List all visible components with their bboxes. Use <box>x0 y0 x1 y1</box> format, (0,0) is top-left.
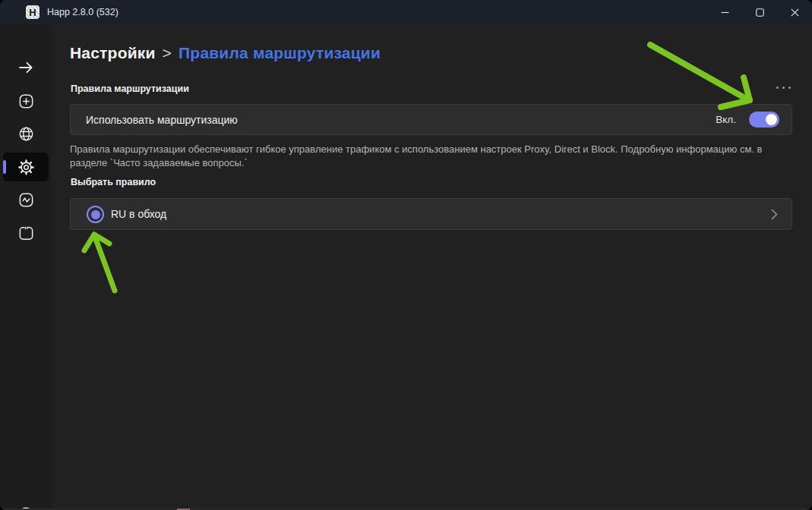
radio-dot <box>91 210 100 219</box>
breadcrumb-separator: > <box>163 44 172 62</box>
annotation-arrows <box>0 0 812 510</box>
rule-label: RU в обход <box>111 199 166 229</box>
close-icon <box>791 8 799 17</box>
minimize-icon <box>721 8 729 17</box>
use-routing-toggle[interactable] <box>749 112 779 128</box>
breadcrumb-routing-rules: Правила маршрутизации <box>179 44 381 62</box>
ellipsis-icon <box>782 87 785 89</box>
sidebar <box>0 24 52 510</box>
app-window: H Happ 2.8.0 (532) <box>0 0 812 510</box>
toggle-state-label: Вкл. <box>716 105 736 134</box>
arrow-to-rule <box>84 235 115 291</box>
sidebar-item-add-profile[interactable] <box>0 86 52 116</box>
maximize-button[interactable] <box>742 0 777 24</box>
routing-description: Правила маршрутизации обеспечивают гибко… <box>70 143 782 170</box>
chevron-right-icon <box>771 199 778 229</box>
window-title: Happ 2.8.0 (532) <box>47 0 118 24</box>
minimize-button[interactable] <box>707 0 742 24</box>
select-rule-label: Выбрать правило <box>71 177 156 187</box>
ellipsis-icon <box>776 87 779 89</box>
gear-icon <box>17 159 35 176</box>
sidebar-item-logs[interactable] <box>0 218 52 248</box>
titlebar: H Happ 2.8.0 (532) <box>0 0 812 24</box>
sidebar-item-servers[interactable] <box>0 118 52 149</box>
activity-icon <box>17 191 35 209</box>
clipboard-icon <box>17 225 35 242</box>
use-routing-label: Использовать маршрутизацию <box>86 105 238 134</box>
arrow-right-icon <box>17 58 35 77</box>
sidebar-item-stats[interactable] <box>0 184 52 215</box>
app-logo: H <box>26 5 39 19</box>
close-button[interactable] <box>777 0 812 24</box>
plus-square-icon <box>17 93 35 110</box>
screen: H Happ 2.8.0 (532) <box>0 0 812 510</box>
toggle-knob <box>766 114 777 125</box>
breadcrumb: Настройки > Правила маршрутизации <box>70 44 381 62</box>
rule-row[interactable]: RU в обход <box>70 198 792 230</box>
rule-radio[interactable] <box>87 206 104 223</box>
sidebar-item-settings[interactable] <box>0 152 52 182</box>
use-routing-row[interactable]: Использовать маршрутизацию Вкл. <box>70 104 792 135</box>
arrow-to-toggle <box>650 45 750 107</box>
sidebar-item-connect[interactable] <box>0 52 52 83</box>
more-options-button[interactable] <box>776 83 795 91</box>
ellipsis-icon <box>788 87 791 89</box>
maximize-icon <box>756 8 764 17</box>
globe-icon <box>17 125 35 143</box>
breadcrumb-settings[interactable]: Настройки <box>70 44 156 62</box>
routing-section-label: Правила маршрутизации <box>71 83 189 94</box>
